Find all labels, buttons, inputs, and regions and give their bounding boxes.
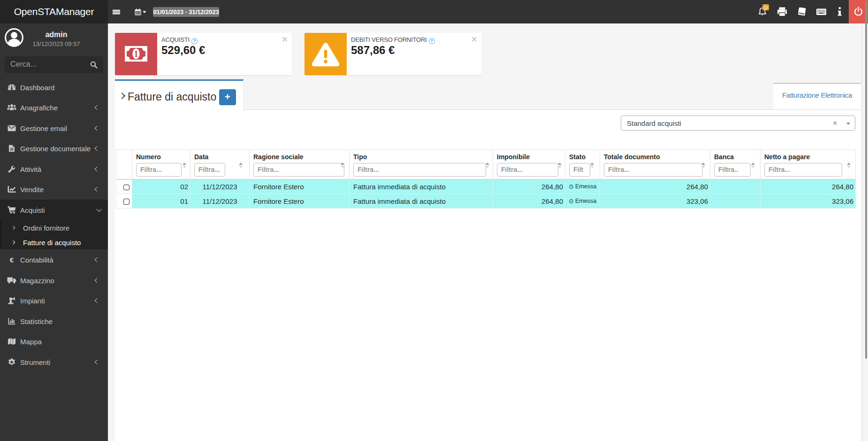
svg-text:1: 1 (134, 49, 138, 59)
